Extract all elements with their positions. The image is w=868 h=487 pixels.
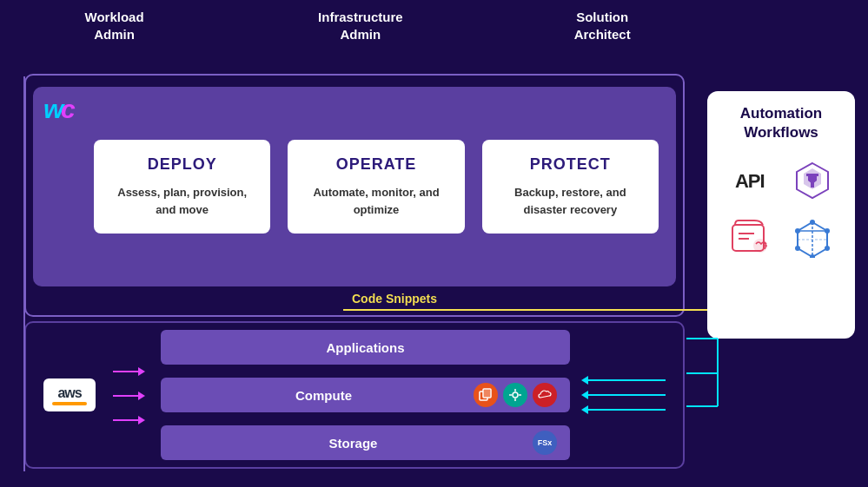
ec2-icon <box>474 383 498 407</box>
svg-point-17 <box>825 228 830 234</box>
aws-logo: aws <box>43 378 96 411</box>
protect-card: PROTECT Backup, restore, and disaster re… <box>482 140 659 234</box>
compute-bar: Compute <box>161 378 570 412</box>
storage-icons: FSx <box>533 431 557 455</box>
ecs-icon <box>503 383 527 407</box>
cyan-arrow-1 <box>587 379 666 381</box>
code-snippets-label: Code Snippets <box>352 292 717 306</box>
pink-arrow-1 <box>113 371 139 372</box>
terraform-icon <box>788 160 838 203</box>
svg-point-18 <box>825 246 830 251</box>
deploy-desc: Assess, plan, provision, and move <box>107 184 257 218</box>
compute-label: Compute <box>174 388 474 403</box>
api-icon: API <box>725 160 775 203</box>
automation-title: Automation Workflows <box>720 104 842 142</box>
inner-panel: DEPLOY Assess, plan, provision, and move… <box>33 87 676 286</box>
cloud-script-icon <box>725 216 775 260</box>
code-snippets-arrow <box>343 309 717 311</box>
aws-arrows <box>113 371 139 421</box>
infra-admin-header: InfrastructureAdmin <box>272 9 448 43</box>
code-snippets-section: Code Snippets <box>343 292 717 311</box>
operate-desc: Automate, monitor, and optimize <box>301 184 451 218</box>
svg-point-20 <box>795 246 800 251</box>
svg-point-5 <box>513 392 518 398</box>
cyan-arrow-3 <box>587 409 666 411</box>
applications-bar: Applications <box>161 330 570 365</box>
automation-icons: API <box>720 160 842 260</box>
protect-title: PROTECT <box>495 155 646 174</box>
svg-point-16 <box>810 220 815 225</box>
deploy-card: DEPLOY Assess, plan, provision, and move <box>94 140 270 234</box>
automation-box: Automation Workflows API <box>707 91 855 339</box>
compute-icons <box>474 383 557 407</box>
cyan-arrows <box>587 379 666 411</box>
svg-point-21 <box>795 228 800 234</box>
applications-label: Applications <box>174 340 557 355</box>
deploy-title: DEPLOY <box>107 155 257 174</box>
operate-title: OPERATE <box>301 155 451 174</box>
cyan-arrow-2 <box>587 394 666 396</box>
cards-row: DEPLOY Assess, plan, provision, and move… <box>94 140 659 234</box>
fsx-icon: FSx <box>533 431 557 455</box>
wc-logo: w c <box>43 94 80 128</box>
resource-bars: Applications Compute <box>161 330 570 460</box>
svg-rect-4 <box>484 390 490 397</box>
protect-desc: Backup, restore, and disaster recovery <box>495 184 646 218</box>
aws-stripe <box>52 402 87 405</box>
package-icon <box>788 216 838 260</box>
svg-point-19 <box>810 254 815 258</box>
aws-text: aws <box>57 385 81 401</box>
header-row: Workload Admin InfrastructureAdmin Solut… <box>26 9 686 43</box>
workload-admin-header: Workload Admin <box>26 9 202 43</box>
operate-card: OPERATE Automate, monitor, and optimize <box>288 140 464 234</box>
svg-text:c: c <box>61 95 76 122</box>
pink-arrow-2 <box>113 395 139 397</box>
solution-architect-header: Solution Architect <box>518 9 686 43</box>
lambda-icon <box>533 383 557 407</box>
storage-label: Storage <box>174 436 533 451</box>
storage-bar: Storage FSx <box>161 425 570 460</box>
bottom-panel: aws Applications Compute <box>24 321 685 469</box>
pink-arrow-3 <box>113 419 139 421</box>
